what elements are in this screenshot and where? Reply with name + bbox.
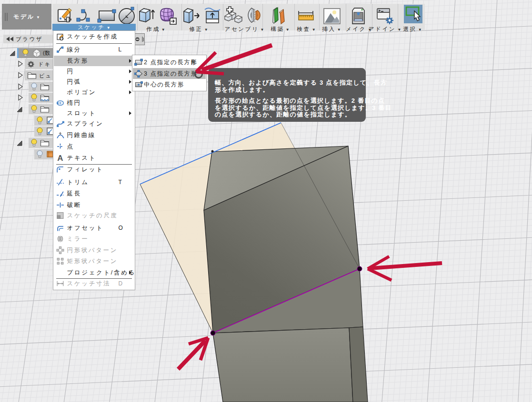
svg-text:A: A: [57, 154, 63, 162]
